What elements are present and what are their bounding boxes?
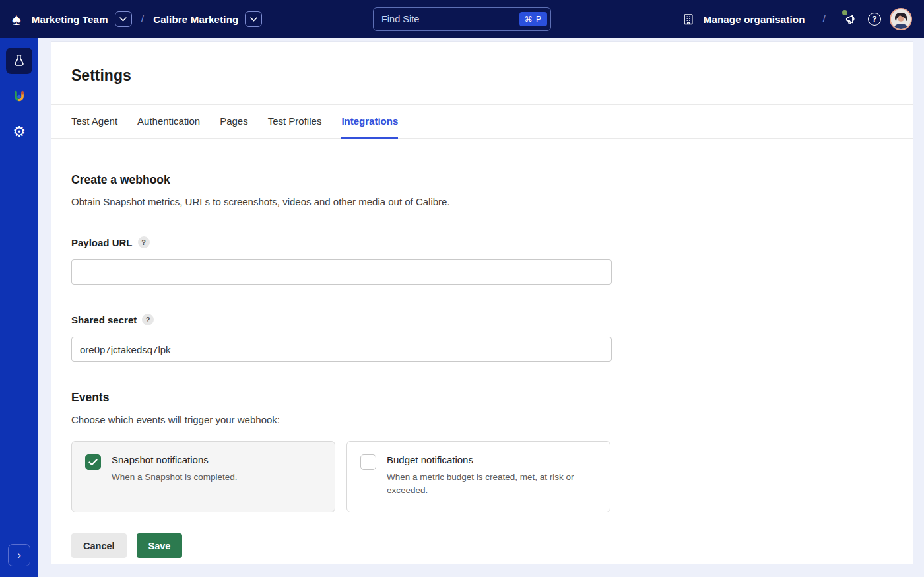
shared-secret-label: Shared secret [71, 314, 137, 325]
tab-authentication[interactable]: Authentication [137, 105, 200, 139]
events-subtitle: Choose which events will trigger your we… [71, 414, 893, 425]
sidebar-expand-button[interactable]: › [8, 544, 30, 566]
checkmark-icon [88, 459, 98, 466]
sidebar-item-settings[interactable]: ⚙ [6, 119, 32, 145]
option-description: When a Snapshot is completed. [112, 471, 238, 484]
integrations-body: Create a webhook Obtain Snapshot metrics… [51, 139, 913, 558]
gear-icon: ⚙ [13, 125, 26, 139]
shared-secret-help-icon[interactable]: ? [142, 314, 154, 325]
sidebar-item-tests[interactable] [6, 48, 32, 74]
chevron-down-icon [250, 17, 257, 22]
breadcrumb-separator: / [141, 13, 144, 25]
option-label: Budget notifications [387, 454, 585, 465]
content-area: Settings Test Agent Authentication Pages… [38, 38, 924, 577]
chevron-right-icon: › [17, 549, 21, 562]
site-switcher-button[interactable] [245, 11, 262, 27]
save-button[interactable]: Save [137, 533, 183, 558]
flask-icon [12, 53, 26, 68]
announcements-button[interactable] [843, 12, 859, 26]
search-placeholder: Find Site [381, 14, 419, 24]
shared-secret-input[interactable] [71, 337, 612, 362]
option-label: Snapshot notifications [112, 454, 238, 465]
snapshot-notifications-option[interactable]: Snapshot notifications When a Snapshot i… [71, 441, 335, 512]
help-icon[interactable]: ? [868, 13, 881, 26]
keyboard-shortcut-badge: ⌘ P [519, 12, 547, 26]
chevron-down-icon [119, 17, 127, 22]
webhook-description: Obtain Snapshot metrics, URLs to screens… [71, 196, 893, 207]
events-heading: Events [71, 391, 893, 405]
payload-url-help-icon[interactable]: ? [138, 236, 150, 248]
team-switcher-button[interactable] [115, 11, 132, 27]
u-logo-icon [12, 89, 26, 104]
manage-organisation-link[interactable]: Manage organisation [704, 14, 805, 25]
separator: / [823, 13, 826, 25]
tab-pages[interactable]: Pages [220, 105, 248, 139]
calibre-spade-logo-icon: ♠ [12, 11, 21, 28]
notification-dot [842, 10, 847, 15]
cancel-button[interactable]: Cancel [71, 533, 127, 558]
topbar: ♠ Marketing Team / Calibre Marketing Fin… [0, 0, 924, 38]
webhook-heading: Create a webhook [71, 173, 893, 187]
budget-notifications-checkbox[interactable] [360, 454, 376, 470]
payload-url-input[interactable] [71, 259, 612, 285]
tab-integrations[interactable]: Integrations [341, 105, 398, 139]
avatar[interactable] [890, 8, 912, 30]
payload-url-label-row: Payload URL ? [71, 236, 893, 248]
payload-url-label: Payload URL [71, 237, 133, 248]
budget-notifications-option[interactable]: Budget notifications When a metric budge… [346, 441, 610, 512]
snapshot-notifications-checkbox[interactable] [85, 454, 101, 470]
form-actions: Cancel Save [71, 533, 893, 558]
option-description: When a metric budget is created, met, at… [387, 471, 585, 496]
settings-panel: Settings Test Agent Authentication Pages… [51, 41, 913, 564]
sidebar-item-integration-u[interactable] [6, 83, 32, 110]
tab-test-profiles[interactable]: Test Profiles [268, 105, 322, 139]
site-name[interactable]: Calibre Marketing [153, 14, 238, 25]
find-site-search[interactable]: Find Site ⌘ P [373, 7, 551, 31]
shared-secret-label-row: Shared secret ? [71, 314, 893, 325]
settings-tabs: Test Agent Authentication Pages Test Pro… [51, 104, 913, 139]
sidebar: ⚙ › [0, 38, 38, 577]
building-icon [682, 13, 695, 26]
team-name[interactable]: Marketing Team [32, 14, 108, 25]
page-title: Settings [51, 42, 913, 85]
tab-test-agent[interactable]: Test Agent [71, 105, 117, 139]
event-options: Snapshot notifications When a Snapshot i… [71, 441, 893, 512]
topbar-right: Manage organisation / ? [682, 8, 912, 30]
